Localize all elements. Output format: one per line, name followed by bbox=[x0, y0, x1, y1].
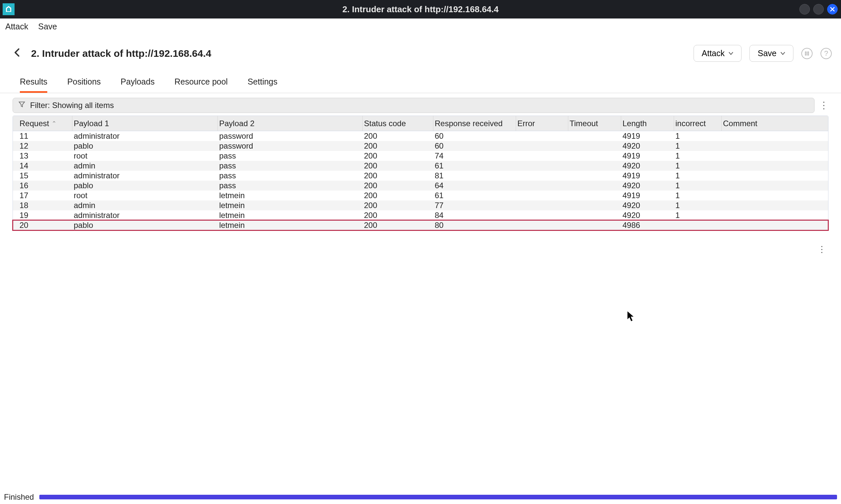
table-row[interactable]: 19administratorletmein2008449201 bbox=[13, 210, 828, 220]
cell: 84 bbox=[433, 210, 516, 220]
cell: 19 bbox=[18, 210, 72, 220]
cell: 4920 bbox=[621, 200, 674, 210]
more-options-icon[interactable]: ⋮ bbox=[819, 101, 828, 110]
cell: 200 bbox=[363, 151, 433, 161]
col-status[interactable]: Status code bbox=[363, 116, 433, 131]
cell: 1 bbox=[674, 171, 722, 181]
cell: 1 bbox=[674, 141, 722, 151]
columns-config-icon[interactable] bbox=[801, 48, 812, 59]
tab-positions[interactable]: Positions bbox=[67, 77, 101, 93]
app-icon bbox=[3, 3, 15, 15]
tab-resource-pool[interactable]: Resource pool bbox=[174, 77, 228, 93]
table-row[interactable]: 14adminpass2006149201 bbox=[13, 161, 828, 171]
tab-settings[interactable]: Settings bbox=[247, 77, 277, 93]
cell: 60 bbox=[433, 141, 516, 151]
cell: 81 bbox=[433, 171, 516, 181]
save-button-label: Save bbox=[758, 49, 776, 58]
col-incorrect[interactable]: incorrect bbox=[674, 116, 722, 131]
col-timeout[interactable]: Timeout bbox=[568, 116, 621, 131]
save-button[interactable]: Save bbox=[750, 45, 793, 62]
svg-rect-4 bbox=[805, 52, 806, 55]
cell: pass bbox=[218, 181, 363, 191]
cell: 80 bbox=[433, 220, 516, 230]
cell: 16 bbox=[18, 181, 72, 191]
cell: 200 bbox=[363, 220, 433, 230]
cell: 200 bbox=[363, 210, 433, 220]
table-row[interactable]: 13rootpass2007449191 bbox=[13, 151, 828, 161]
cell: pass bbox=[218, 171, 363, 181]
table-row[interactable]: 20pabloletmein200804986 bbox=[13, 220, 828, 230]
cell: pablo bbox=[72, 141, 218, 151]
cell: 60 bbox=[433, 131, 516, 141]
cell: 200 bbox=[363, 171, 433, 181]
statusbar: Finished bbox=[0, 491, 841, 504]
cell: 200 bbox=[363, 181, 433, 191]
cell: administrator bbox=[72, 171, 218, 181]
maximize-button[interactable] bbox=[813, 4, 824, 15]
cell: pass bbox=[218, 151, 363, 161]
tab-results[interactable]: Results bbox=[20, 77, 47, 93]
cell: 12 bbox=[18, 141, 72, 151]
cell: 20 bbox=[18, 220, 72, 230]
cell: letmein bbox=[218, 191, 363, 200]
cell: 77 bbox=[433, 200, 516, 210]
cell: 1 bbox=[674, 131, 722, 141]
cell: 11 bbox=[18, 131, 72, 141]
cell: root bbox=[72, 191, 218, 200]
help-icon[interactable]: ? bbox=[821, 48, 832, 59]
chevron-down-icon bbox=[780, 50, 785, 57]
table-row[interactable]: 17rootletmein2006149191 bbox=[13, 191, 828, 200]
cell: pass bbox=[218, 161, 363, 171]
attack-button[interactable]: Attack bbox=[693, 45, 741, 62]
tab-payloads[interactable]: Payloads bbox=[121, 77, 155, 93]
col-payload2[interactable]: Payload 2 bbox=[218, 116, 363, 131]
progress-fill bbox=[39, 495, 837, 499]
cell: administrator bbox=[72, 210, 218, 220]
table-row[interactable]: 11administratorpassword2006049191 bbox=[13, 131, 828, 141]
cell: 64 bbox=[433, 181, 516, 191]
col-request[interactable]: Request⌃ bbox=[18, 116, 72, 131]
results-table: Request⌃ Payload 1 Payload 2 Status code… bbox=[13, 115, 828, 231]
cell: 1 bbox=[674, 161, 722, 171]
cell: 200 bbox=[363, 161, 433, 171]
cell: 15 bbox=[18, 171, 72, 181]
cell: administrator bbox=[72, 131, 218, 141]
cell: 1 bbox=[674, 210, 722, 220]
cell: 18 bbox=[18, 200, 72, 210]
cell: 4919 bbox=[621, 171, 674, 181]
cell: password bbox=[218, 141, 363, 151]
cell: 200 bbox=[363, 131, 433, 141]
cell: 200 bbox=[363, 200, 433, 210]
cell: 4919 bbox=[621, 191, 674, 200]
cell: 1 bbox=[674, 191, 722, 200]
cell: letmein bbox=[218, 210, 363, 220]
table-row[interactable]: 18adminletmein2007749201 bbox=[13, 200, 828, 210]
filter-label: Filter: Showing all items bbox=[30, 101, 114, 110]
col-error[interactable]: Error bbox=[516, 116, 568, 131]
header-row: 2. Intruder attack of http://192.168.64.… bbox=[0, 35, 841, 66]
cell: 17 bbox=[18, 191, 72, 200]
back-icon[interactable] bbox=[13, 47, 23, 60]
cell: 4920 bbox=[621, 161, 674, 171]
cell: 4919 bbox=[621, 151, 674, 161]
minimize-button[interactable] bbox=[799, 4, 810, 15]
cell: 200 bbox=[363, 191, 433, 200]
col-length[interactable]: Length bbox=[621, 116, 674, 131]
close-button[interactable] bbox=[827, 4, 838, 15]
filter-bar[interactable]: Filter: Showing all items bbox=[13, 98, 814, 113]
menu-attack[interactable]: Attack bbox=[5, 22, 28, 31]
col-payload1[interactable]: Payload 1 bbox=[72, 116, 218, 131]
panel-more-icon[interactable]: ⋮ bbox=[817, 245, 826, 254]
cell: 1 bbox=[674, 181, 722, 191]
col-response[interactable]: Response received bbox=[433, 116, 516, 131]
cell: 4919 bbox=[621, 131, 674, 141]
cell: 61 bbox=[433, 161, 516, 171]
cell: 4920 bbox=[621, 210, 674, 220]
col-comment[interactable]: Comment bbox=[722, 116, 823, 131]
tabs: Results Positions Payloads Resource pool… bbox=[0, 66, 841, 93]
table-row[interactable]: 16pablopass2006449201 bbox=[13, 181, 828, 191]
table-row[interactable]: 12pablopassword2006049201 bbox=[13, 141, 828, 151]
table-row[interactable]: 15administratorpass2008149191 bbox=[13, 171, 828, 181]
cell: root bbox=[72, 151, 218, 161]
menu-save[interactable]: Save bbox=[38, 22, 57, 31]
